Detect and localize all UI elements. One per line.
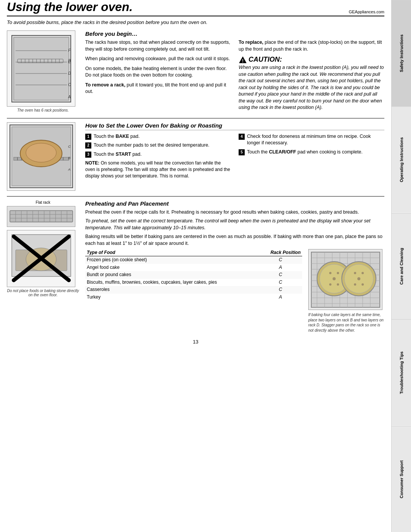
svg-text:B: B xyxy=(68,156,70,160)
page-header: Using the lower oven. GEAppliances.com xyxy=(7,0,384,16)
replace-para: To replace, place the end of the rack (s… xyxy=(239,39,384,53)
before-begin-columns: The racks have stops, so that when place… xyxy=(85,39,384,114)
position-4: C xyxy=(259,279,302,286)
main-content: Using the lower oven. GEAppliances.com T… xyxy=(0,0,391,351)
position-3: C xyxy=(259,271,302,279)
flat-rack-svg xyxy=(8,207,75,226)
position-2: A xyxy=(259,264,302,272)
sidebar-tab-safety[interactable]: Safety Instructions xyxy=(392,0,411,106)
svg-rect-1 xyxy=(14,37,69,100)
table-row: Turkey A xyxy=(85,294,302,301)
before-begin-section: Before you begin… The racks have stops, … xyxy=(85,30,384,114)
oven-svg: F E D C xyxy=(8,32,75,106)
svg-text:C: C xyxy=(68,145,71,149)
food-item-4: Biscuits, muffins, brownies, cookies, cu… xyxy=(85,279,259,286)
table-row: Angel food cake A xyxy=(85,264,302,272)
svg-point-89 xyxy=(329,272,331,274)
table-row: Frozen pies (on cookie sheet) C xyxy=(85,256,302,264)
how-to-right: How to Set the Lower Oven for Baking or … xyxy=(85,122,384,192)
section-divider-1 xyxy=(7,118,384,118)
food-item-3: Bundt or pound cakes xyxy=(85,271,259,279)
svg-point-95 xyxy=(354,283,356,286)
oven-caption: The oven has 6 rack positions. xyxy=(7,108,79,112)
step-4: 4 Check food for doneness at minimum tim… xyxy=(239,133,384,147)
food-item-5: Casseroles xyxy=(85,286,259,294)
svg-point-43 xyxy=(26,143,56,162)
start-label: START xyxy=(116,152,131,157)
svg-text:A: A xyxy=(68,168,70,171)
svg-point-90 xyxy=(337,272,339,274)
step-2-number: 2 xyxy=(85,142,91,149)
svg-text:A: A xyxy=(68,95,71,99)
bottom-section: Flat rack xyxy=(7,200,384,333)
svg-text:C: C xyxy=(68,83,71,87)
note-label: NOTE: xyxy=(85,160,99,166)
before-begin-para2: When placing and removing cookware, pull… xyxy=(85,56,231,62)
svg-point-88 xyxy=(357,277,360,280)
step-3-text: Touch the START pad. xyxy=(94,151,142,158)
sidebar: Safety Instructions Operating Instructio… xyxy=(391,0,411,532)
oven2-illustration: C B A xyxy=(7,122,75,191)
how-to-left: C B A xyxy=(7,122,79,192)
sidebar-tab-care[interactable]: Care and Cleaning xyxy=(392,213,411,319)
preheating-para1: Preheat the oven if the recipe calls for… xyxy=(85,209,384,216)
bottom-right-inner: Type of Food Rack Position Frozen pies (… xyxy=(85,249,384,333)
before-begin-para3: On some models, the bake heating element… xyxy=(85,66,231,79)
step-5-text: Touch the CLEAR/OFF pad when cooking is … xyxy=(247,149,363,156)
steps-columns: 1 Touch the BAKE pad. 2 Touch the number… xyxy=(85,133,384,179)
step-4-number: 4 xyxy=(239,134,245,140)
svg-text:B: B xyxy=(68,59,71,63)
top-left-image: F E D C xyxy=(7,30,79,114)
page-title: Using the lower oven. xyxy=(7,0,133,14)
clear-off-label: CLEAR/OFF xyxy=(269,149,296,155)
food-table-col2-header: Rack Position xyxy=(259,249,302,256)
caution-triangle-icon: ! xyxy=(239,56,247,64)
top-section: F E D C xyxy=(7,30,384,114)
step-1: 1 Touch the BAKE pad. xyxy=(85,133,231,140)
steps-left-col: 1 Touch the BAKE pad. 2 Touch the number… xyxy=(85,133,231,179)
baking-caption: If baking four cake layers at the same t… xyxy=(308,312,384,333)
preheating-title: Preheating and Pan Placement xyxy=(85,200,384,207)
caution-word: CAUTION: xyxy=(249,56,282,64)
before-begin-left-col: The racks have stops, so that when place… xyxy=(85,39,231,114)
caution-box: ! CAUTION: When you are using a rack in … xyxy=(239,56,384,111)
step-1-text: Touch the BAKE pad. xyxy=(94,133,140,140)
food-table-section: Type of Food Rack Position Frozen pies (… xyxy=(85,249,302,333)
svg-point-93 xyxy=(354,272,356,274)
food-item-2: Angel food cake xyxy=(85,264,259,272)
caution-header: ! CAUTION: xyxy=(239,56,384,64)
to-replace-label: To replace, xyxy=(239,40,263,45)
sidebar-tab-troubleshooting[interactable]: Troubleshooting Tips xyxy=(392,319,411,425)
svg-point-92 xyxy=(337,283,339,286)
table-row: Casseroles C xyxy=(85,286,302,294)
page-subtitle: To avoid possible burns, place the racks… xyxy=(7,19,384,25)
flat-rack-image xyxy=(7,206,75,227)
position-1: C xyxy=(259,256,302,264)
remove-rack-label: To remove a rack, xyxy=(85,82,125,88)
position-6: A xyxy=(259,294,302,301)
before-begin-title: Before you begin… xyxy=(85,30,384,37)
svg-rect-47 xyxy=(10,211,73,222)
food-table-col1-header: Type of Food xyxy=(85,249,259,256)
flat-rack-caption: Flat rack xyxy=(7,200,79,204)
food-item-1: Frozen pies (on cookie sheet) xyxy=(85,256,259,264)
step-5: 5 Touch the CLEAR/OFF pad when cooking i… xyxy=(239,149,384,156)
svg-point-96 xyxy=(362,283,364,286)
svg-text:F: F xyxy=(68,48,71,53)
bake-label: BAKE xyxy=(116,134,129,139)
svg-text:!: ! xyxy=(242,58,244,64)
step-2-text: Touch the number pads to set the desired… xyxy=(94,142,209,149)
step-4-text: Check food for doneness at minimum time … xyxy=(247,133,384,147)
svg-text:D: D xyxy=(68,71,71,75)
preheating-italic: To preheat, set the oven at the correct … xyxy=(85,218,370,230)
before-begin-para1: The racks have stops, so that when place… xyxy=(85,39,231,53)
caution-text: When you are using a rack in the lowest … xyxy=(239,64,384,111)
baking-image xyxy=(308,249,382,310)
food-item-6: Turkey xyxy=(85,294,259,301)
step-1-number: 1 xyxy=(85,134,91,140)
table-row: Biscuits, muffins, brownies, cookies, cu… xyxy=(85,279,302,286)
no-stone-caption: Do not place foods or baking stone direc… xyxy=(7,289,79,297)
sidebar-tab-consumer[interactable]: Consumer Support xyxy=(392,426,411,532)
sidebar-tab-operating[interactable]: Operating Instructions xyxy=(392,106,411,212)
oven-illustration: F E D C xyxy=(7,30,75,107)
